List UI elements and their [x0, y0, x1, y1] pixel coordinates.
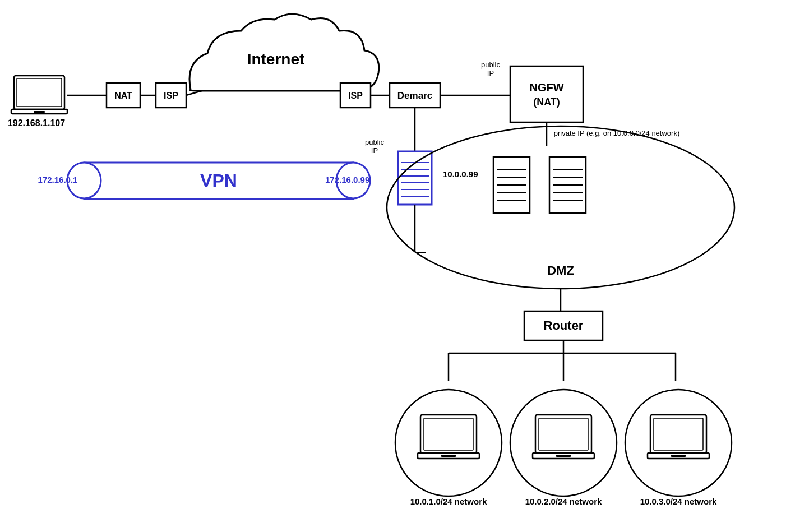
network1-laptop [418, 415, 479, 459]
svg-rect-3 [34, 111, 45, 113]
internet-cloud: Internet [189, 14, 379, 91]
dmz-server2 [549, 157, 586, 213]
home-laptop [11, 76, 67, 114]
public-ip-label1b: IP [487, 69, 494, 77]
ngfw-box [510, 66, 583, 122]
network2-laptop [533, 415, 594, 459]
network-diagram: Internet 192.168.1.107 NAT ISP [0, 0, 809, 532]
ngfw-label: NGFW [529, 81, 563, 94]
svg-rect-27 [424, 418, 473, 450]
vpn-label: VPN [200, 170, 237, 191]
home-laptop-label: 192.168.1.107 [8, 118, 65, 128]
ngfw-nat-label: (NAT) [533, 96, 560, 108]
svg-rect-31 [539, 418, 588, 450]
svg-rect-33 [556, 455, 571, 457]
svg-rect-29 [441, 455, 456, 457]
vpn-server [398, 151, 432, 205]
vpn-right-ip: 172.16.0.99 [325, 175, 369, 184]
network3-laptop [648, 415, 709, 459]
isp-right-label: ISP [348, 91, 363, 100]
net1-label: 10.0.1.0/24 network [410, 497, 487, 506]
internet-label: Internet [247, 50, 305, 68]
svg-rect-35 [654, 418, 703, 450]
nat-label: NAT [114, 91, 132, 100]
demarc-label: Demarc [397, 90, 432, 101]
dmz-label: DMZ [547, 263, 574, 277]
isp-left-label: ISP [164, 91, 178, 100]
public-ip-label2: public [365, 138, 384, 146]
vpn-left-ip: 172.16.0.1 [38, 175, 78, 184]
public-ip-label1: public [481, 61, 500, 69]
dmz-server1 [493, 157, 530, 213]
public-ip-label2b: IP [371, 146, 378, 155]
svg-rect-1 [17, 78, 62, 107]
net2-label: 10.0.2.0/24 network [525, 497, 602, 506]
vpn-server-ip: 10.0.0.99 [443, 169, 478, 179]
net3-label: 10.0.3.0/24 network [640, 497, 717, 506]
router-label: Router [544, 318, 584, 332]
vpn-tunnel: VPN [67, 163, 370, 199]
svg-rect-37 [671, 455, 686, 457]
